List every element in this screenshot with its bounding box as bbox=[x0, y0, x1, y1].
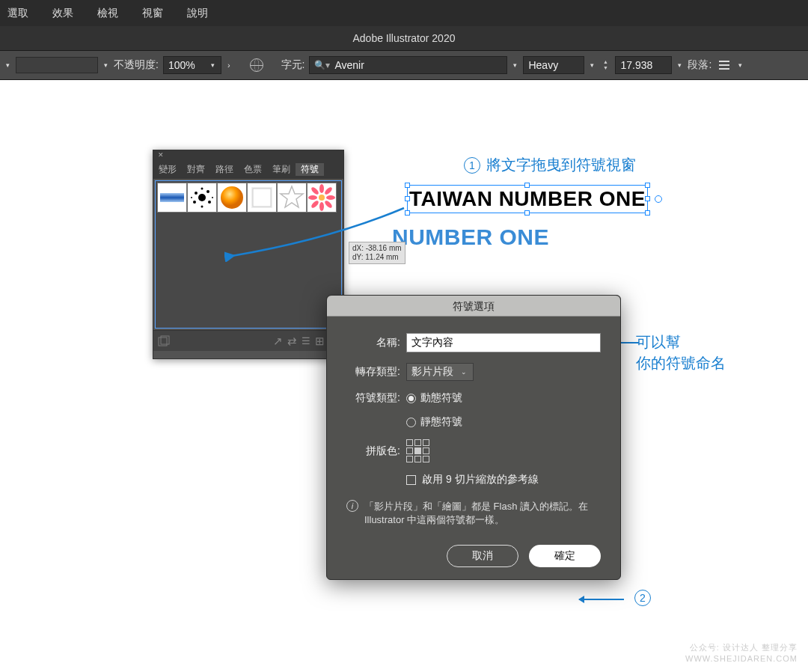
registration-grid[interactable] bbox=[406, 439, 429, 462]
svg-point-19 bbox=[310, 186, 320, 196]
dialog-title: 符號選項 bbox=[327, 296, 620, 317]
symbol-thumb[interactable] bbox=[187, 183, 217, 213]
library-icon[interactable] bbox=[158, 335, 170, 347]
export-type-dropdown[interactable]: 影片片段 ⌄ bbox=[406, 363, 474, 381]
svg-point-14 bbox=[319, 195, 325, 201]
chevron-down-icon[interactable]: ▾ bbox=[4, 61, 11, 69]
chevron-down-icon[interactable]: ▾ bbox=[737, 61, 744, 69]
opacity-field[interactable]: 100% ▾ bbox=[163, 56, 221, 74]
checkbox-label: 啟用 9 切片縮放的參考線 bbox=[422, 473, 539, 486]
svg-rect-0 bbox=[160, 193, 184, 202]
close-icon[interactable]: ✕ bbox=[158, 151, 164, 159]
symbol-thumb[interactable] bbox=[307, 183, 337, 213]
cancel-button[interactable]: 取消 bbox=[447, 545, 518, 567]
svg-point-1 bbox=[198, 194, 206, 201]
tab-symbols[interactable]: 符號 bbox=[296, 163, 324, 176]
ok-button[interactable]: 確定 bbox=[529, 545, 601, 567]
svg-point-22 bbox=[324, 200, 334, 210]
resize-handle[interactable] bbox=[524, 210, 530, 216]
tab-align[interactable]: 對齊 bbox=[182, 163, 210, 176]
chevron-down-icon[interactable]: ▾ bbox=[589, 61, 596, 69]
paragraph-align-icon[interactable] bbox=[716, 57, 732, 73]
chevron-down-icon[interactable]: ▾ bbox=[512, 61, 518, 69]
radio-label: 靜態符號 bbox=[420, 415, 462, 429]
font-name: Avenir bbox=[334, 59, 364, 71]
tab-swatches[interactable]: 色票 bbox=[239, 163, 267, 176]
menu-effect[interactable]: 效果 bbox=[52, 7, 73, 20]
svg-point-4 bbox=[193, 201, 196, 204]
svg-point-20 bbox=[324, 186, 334, 196]
tab-pathfinder[interactable]: 路徑 bbox=[210, 163, 239, 176]
tab-transform[interactable]: 變形 bbox=[153, 163, 182, 176]
info-icon: i bbox=[346, 500, 358, 512]
registration-label: 拼版色: bbox=[346, 445, 400, 458]
footer-line: WWW.SHEJIDAREN.COM bbox=[685, 653, 798, 665]
menu-select[interactable]: 選取 bbox=[7, 7, 28, 20]
appearance-swatch[interactable] bbox=[16, 57, 98, 73]
svg-rect-12 bbox=[253, 189, 271, 207]
text-content: TAIWAN NUMBER ONE bbox=[409, 187, 646, 211]
panel-footer: ↗ ⇄ ☰ ⊞ 🗑 bbox=[153, 330, 343, 351]
symbol-thumb[interactable] bbox=[277, 183, 307, 213]
symbol-type-label: 符號類型: bbox=[346, 391, 400, 405]
font-family-field[interactable]: 🔍▾ Avenir bbox=[309, 56, 507, 74]
app-menubar: 選取 效果 檢視 視窗 說明 bbox=[0, 0, 808, 26]
callout-step1: 1 將文字拖曳到符號視窗 bbox=[464, 155, 636, 175]
chevron-down-icon: ▾ bbox=[209, 61, 216, 69]
panel-titlebar[interactable]: ✕ bbox=[153, 150, 343, 159]
font-weight-value: Heavy bbox=[528, 59, 558, 71]
size-stepper[interactable]: ▲▼ bbox=[600, 59, 610, 71]
opacity-value: 100% bbox=[168, 59, 195, 71]
globe-icon[interactable] bbox=[250, 58, 263, 72]
font-size-value: 17.938 bbox=[620, 59, 652, 71]
resize-handle[interactable] bbox=[524, 183, 530, 188]
menu-view[interactable]: 檢視 bbox=[97, 7, 118, 20]
text-port-icon[interactable] bbox=[655, 195, 662, 203]
chevron-down-icon[interactable]: ▾ bbox=[102, 61, 109, 69]
resize-handle[interactable] bbox=[645, 196, 650, 201]
slice-checkbox[interactable] bbox=[406, 475, 416, 485]
font-size-field[interactable]: 17.938 bbox=[615, 56, 672, 74]
svg-point-10 bbox=[221, 186, 243, 209]
chevron-down-icon: ⌄ bbox=[459, 368, 468, 376]
menu-window[interactable]: 視窗 bbox=[142, 7, 163, 20]
drag-dy: dY: 11.24 mm bbox=[352, 253, 402, 262]
resize-handle[interactable] bbox=[405, 210, 410, 216]
export-type-label: 轉存類型: bbox=[346, 365, 400, 379]
step-number-icon: 2 bbox=[634, 590, 651, 606]
resize-handle[interactable] bbox=[645, 183, 650, 188]
font-weight-field[interactable]: Heavy bbox=[523, 56, 584, 74]
footer-line: 公众号: 设计达人 整理分享 bbox=[685, 642, 798, 653]
break-link-icon[interactable]: ⇄ bbox=[287, 335, 297, 348]
place-symbol-icon[interactable]: ↗ bbox=[273, 335, 283, 348]
symbol-thumb[interactable] bbox=[217, 183, 247, 213]
symbol-thumb[interactable] bbox=[157, 183, 187, 213]
svg-point-18 bbox=[326, 195, 335, 200]
text-object-selection[interactable]: TAIWAN NUMBER ONE bbox=[407, 185, 648, 213]
tab-brushes[interactable]: 筆刷 bbox=[267, 163, 296, 176]
symbol-thumb[interactable] bbox=[247, 183, 277, 213]
callout-text: 可以幫 bbox=[636, 332, 726, 352]
svg-point-2 bbox=[195, 192, 198, 195]
symbols-panel: ✕ 變形 對齊 路徑 色票 筆刷 符號 ↗ ⇄ ☰ ⊞ 🗑 bbox=[153, 150, 344, 359]
chevron-right-icon[interactable]: › bbox=[226, 61, 232, 70]
symbols-list[interactable] bbox=[155, 180, 342, 329]
character-label: 字元: bbox=[281, 58, 305, 72]
resize-handle[interactable] bbox=[645, 210, 650, 216]
footer-credit: 公众号: 设计达人 整理分享 WWW.SHEJIDAREN.COM bbox=[685, 642, 798, 665]
new-symbol-icon[interactable]: ⊞ bbox=[315, 335, 325, 348]
svg-point-8 bbox=[191, 197, 192, 198]
callout-text: 你的符號命名 bbox=[636, 352, 726, 373]
symbol-options-icon[interactable]: ☰ bbox=[302, 335, 310, 346]
radio-dynamic[interactable] bbox=[406, 394, 416, 403]
chevron-down-icon[interactable]: ▾ bbox=[676, 61, 683, 69]
arrow-icon bbox=[579, 599, 624, 600]
search-icon: 🔍▾ bbox=[314, 60, 330, 70]
resize-handle[interactable] bbox=[405, 183, 410, 188]
symbol-name-input[interactable] bbox=[406, 333, 601, 352]
paragraph-label: 段落: bbox=[688, 58, 711, 72]
radio-static[interactable] bbox=[406, 418, 416, 427]
resize-handle[interactable] bbox=[405, 196, 410, 201]
menu-help[interactable]: 說明 bbox=[187, 7, 208, 20]
svg-point-5 bbox=[208, 201, 211, 204]
